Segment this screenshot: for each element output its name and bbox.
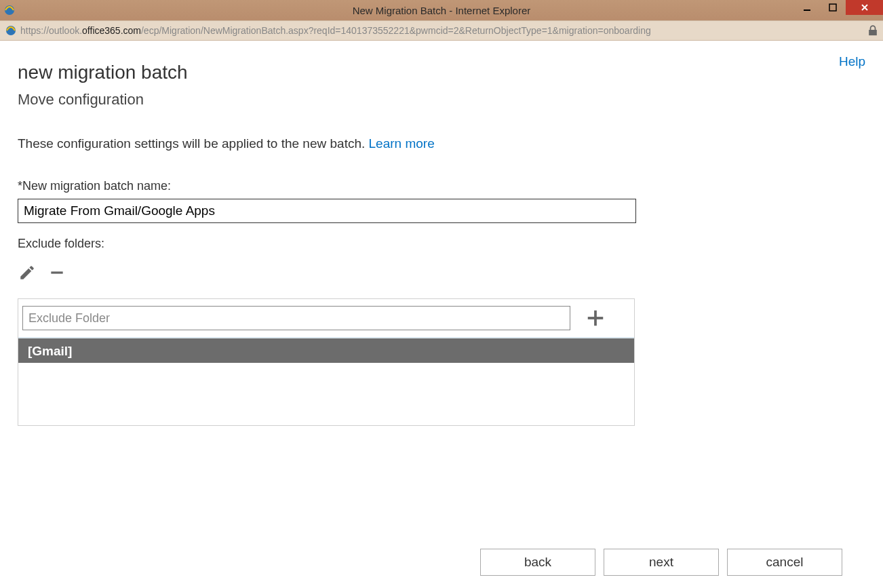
svg-rect-9 [588,317,604,319]
exclude-box: [Gmail] [18,298,635,426]
url-prefix: https://outlook. [20,25,82,36]
learn-more-link[interactable]: Learn more [369,136,435,151]
exclude-add-row [18,299,634,338]
url-text[interactable]: https://outlook.office365.com/ecp/Migrat… [20,25,864,36]
lock-icon [868,25,878,36]
window-title: New Migration Batch - Internet Explorer [0,5,883,16]
batch-name-label: *New migration batch name: [18,179,865,193]
exclude-toolbar [18,263,865,282]
back-button[interactable]: back [480,549,595,576]
page-content: Help new migration batch Move configurat… [0,41,883,588]
ie-page-icon [5,25,16,36]
svg-rect-7 [51,272,62,274]
window-titlebar: New Migration Batch - Internet Explorer [0,0,883,20]
svg-rect-6 [869,30,877,35]
next-button[interactable]: next [604,549,719,576]
remove-button[interactable] [47,263,66,282]
edit-button[interactable] [18,263,37,282]
close-button[interactable] [846,0,883,15]
intro-span: These configuration settings will be app… [18,136,369,151]
add-folder-button[interactable] [584,307,607,330]
maximize-button[interactable] [820,0,846,15]
ie-favicon-icon [4,5,15,16]
batch-name-input[interactable] [18,199,636,223]
folder-list: [Gmail] [18,338,634,425]
page-subtitle: Move configuration [18,91,865,109]
exclude-folders-label: Exclude folders: [18,237,865,251]
window-buttons [794,0,883,15]
folder-item[interactable]: [Gmail] [18,338,634,363]
address-bar: https://outlook.office365.com/ecp/Migrat… [0,20,883,41]
plus-icon [585,308,606,328]
url-path: /ecp/Migration/NewMigrationBatch.aspx?re… [141,25,651,36]
url-host: office365.com [82,25,141,36]
minimize-button[interactable] [794,0,820,15]
intro-text: These configuration settings will be app… [18,136,865,153]
cancel-button[interactable]: cancel [727,549,842,576]
help-link[interactable]: Help [839,54,865,69]
footer-buttons: back next cancel [480,549,842,576]
exclude-folder-input[interactable] [22,306,570,330]
page-title: new migration batch [18,61,865,84]
svg-rect-2 [829,4,836,11]
minus-icon [48,264,66,281]
pencil-icon [18,264,36,281]
